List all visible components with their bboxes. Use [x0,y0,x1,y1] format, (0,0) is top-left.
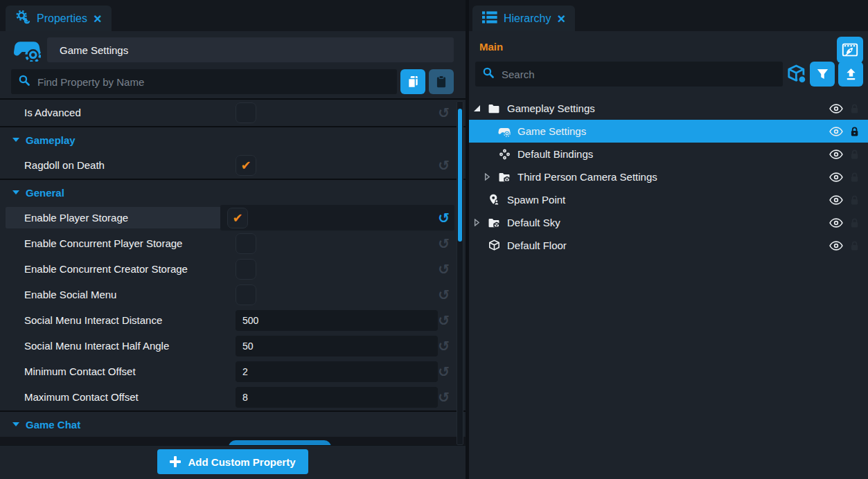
lock-icon[interactable] [846,172,862,183]
editor-window: Properties × Game Settings [0,0,868,479]
section-header-general[interactable]: General [0,179,466,205]
reset-icon[interactable]: ↺ [438,390,450,404]
plus-icon [170,456,181,467]
cube-icon [485,240,503,251]
tree-item-label: Spawn Point [507,194,826,206]
property-row: Enable Social Menu✔↺ [0,282,466,307]
reset-icon[interactable]: ↺ [438,339,450,353]
property-row: Maximum Contact Offset↺ [0,384,466,410]
visibility-eye-icon[interactable] [826,127,846,136]
add-custom-property-button[interactable]: Add Custom Property [157,449,308,474]
chevron-down-icon [12,422,19,426]
properties-tabbar: Properties × [0,0,466,31]
close-icon[interactable]: × [94,12,102,26]
property-search-input[interactable] [36,75,390,89]
checkbox-unchecked[interactable]: ✔ [236,284,256,305]
tree-item-gameplay-settings[interactable]: Gameplay Settings [469,97,868,120]
reset-icon[interactable]: ↺ [438,314,450,327]
reset-icon[interactable]: ↺ [438,365,450,379]
tree-item-spawn-point[interactable]: Spawn Point [469,188,868,211]
property-row: Minimum Contact Offset↺ [0,359,466,384]
paste-properties-button[interactable] [429,69,454,94]
filter-button[interactable] [810,62,835,87]
tree-item-label: Default Bindings [517,148,826,160]
tab-hierarchy[interactable]: Hierarchy × [472,6,575,31]
object-name: Game Settings [60,44,128,56]
checkbox-unchecked[interactable]: ✔ [236,233,256,254]
visibility-eye-icon[interactable] [826,241,846,251]
launch-preview-button[interactable] [837,37,863,63]
property-list: Is Advanced✔↺GameplayRagdoll on Death✔↺G… [0,98,466,445]
section-header-label: General [26,187,64,199]
property-label: Minimum Contact Offset [0,361,229,382]
copy-properties-button[interactable] [400,69,425,94]
check-icon: ✔ [240,159,251,172]
number-input[interactable] [236,310,438,331]
reset-icon[interactable]: ↺ [438,288,450,302]
tree-item-default-bindings[interactable]: Default Bindings [469,143,868,165]
tree-item-third-person-camera-settings[interactable]: Third Person Camera Settings [469,165,868,188]
lock-icon[interactable] [846,103,862,114]
collapse-arrow-icon[interactable] [484,173,490,181]
tab-properties[interactable]: Properties × [6,6,112,31]
checkbox-unchecked[interactable]: ✔ [236,102,256,123]
asset-cube-icon[interactable] [783,64,810,84]
property-search[interactable] [11,69,397,94]
property-label: Ragdoll on Death [0,154,229,176]
property-value: ✔↺ [229,231,454,256]
hierarchy-search[interactable] [475,62,783,87]
property-label: Enable Concurrent Player Storage [0,233,229,254]
properties-header: Game Settings [0,31,466,98]
expand-arrow-icon[interactable] [474,105,480,111]
lock-icon[interactable] [846,149,862,160]
lock-icon[interactable] [846,126,862,137]
property-value: ✔↺ [229,282,454,307]
tab-hierarchy-label: Hierarchy [504,12,551,25]
lock-icon[interactable] [846,217,862,228]
properties-scrollbar[interactable] [457,101,463,445]
checkbox-unchecked[interactable]: ✔ [236,259,256,280]
visibility-eye-icon[interactable] [826,104,846,114]
publish-button[interactable] [838,62,863,87]
property-label: Social Menu Interact Half Angle [0,335,229,356]
collapse-arrow-icon[interactable] [474,219,480,226]
visibility-eye-icon[interactable] [826,150,846,159]
tree-item-default-floor[interactable]: Default Floor [469,234,868,257]
hierarchy-header: Main [469,31,868,87]
reset-icon[interactable]: ↺ [438,262,450,276]
visibility-eye-icon[interactable] [826,172,846,182]
section-header-game-chat[interactable]: Game Chat [0,410,466,437]
property-label: Social Menu Interact Distance [0,309,229,331]
checkbox-checked[interactable]: ✔ [227,208,248,228]
reset-icon[interactable]: ↺ [438,237,450,251]
lock-icon[interactable] [846,195,862,206]
scrollbar-thumb[interactable] [458,109,462,242]
section-header-gameplay[interactable]: Gameplay [0,126,466,152]
tree-item-label: Default Sky [507,217,826,228]
reset-icon[interactable]: ↺ [438,159,450,172]
close-icon[interactable]: × [557,12,565,26]
property-value: ✔↺ [229,100,454,125]
property-row: Social Menu Interact Half Angle↺ [0,333,466,359]
gamepad-settings-icon [11,38,43,62]
reset-icon[interactable]: ↺ [438,106,450,120]
visibility-eye-icon[interactable] [826,218,846,228]
number-input[interactable] [236,336,438,356]
clipped-dropdown[interactable] [229,440,331,445]
hierarchy-search-input[interactable] [500,68,776,81]
visibility-eye-icon[interactable] [826,195,846,205]
gamepad-icon [495,126,513,137]
lock-icon[interactable] [846,240,862,251]
gear-wrench-icon [15,10,30,28]
number-input[interactable] [236,361,438,382]
property-value: ↺ [229,333,454,359]
property-label: Enable Social Menu [0,284,229,305]
tree-item-default-sky[interactable]: Default Sky [469,211,868,234]
object-name-field[interactable]: Game Settings [47,37,454,62]
checkbox-checked[interactable]: ✔ [236,155,256,176]
number-input[interactable] [236,387,438,408]
tree-item-game-settings[interactable]: Game Settings [469,120,868,143]
properties-panel: Properties × Game Settings [0,0,466,479]
reset-icon[interactable]: ↺ [438,211,450,225]
hierarchy-tree: Gameplay SettingsGame SettingsDefault Bi… [469,97,868,257]
